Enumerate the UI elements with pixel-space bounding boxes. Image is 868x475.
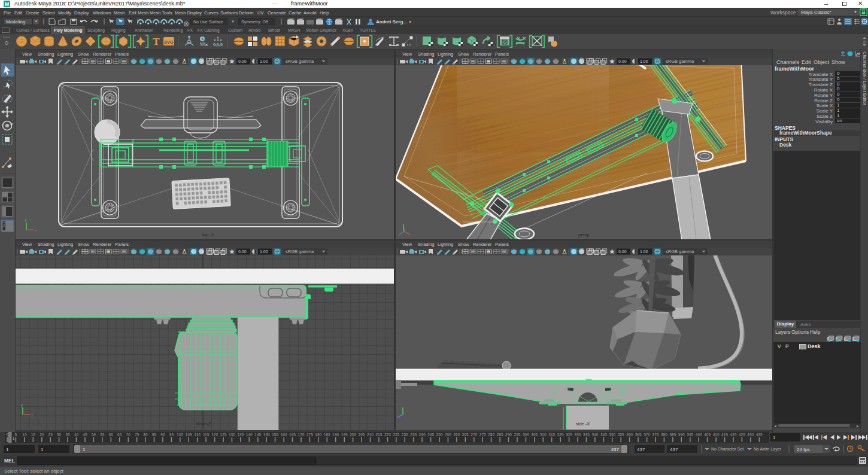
svg-text:425: 425 <box>739 433 745 437</box>
svg-text:185: 185 <box>324 433 330 437</box>
svg-text:0.00: 0.00 <box>618 249 627 254</box>
svg-text:275: 275 <box>479 433 486 437</box>
svg-text:340: 340 <box>591 433 598 437</box>
svg-text:325: 325 <box>566 433 572 437</box>
svg-text:315: 315 <box>548 433 555 437</box>
svg-text:80: 80 <box>143 433 148 437</box>
svg-text:300: 300 <box>523 433 529 437</box>
svg-text:No Anim Layer: No Anim Layer <box>754 447 782 452</box>
svg-text:240: 240 <box>419 433 426 437</box>
svg-text:375: 375 <box>652 433 659 437</box>
svg-text:50: 50 <box>92 433 96 437</box>
svg-text:No Character Set: No Character Set <box>711 447 743 451</box>
svg-text:200: 200 <box>350 433 356 437</box>
svg-text:437: 437 <box>670 447 678 452</box>
svg-text:1.00: 1.00 <box>640 59 648 63</box>
svg-text:SVG: SVG <box>164 39 174 45</box>
svg-text:215: 215 <box>375 433 382 437</box>
svg-text:1: 1 <box>83 447 86 452</box>
svg-text:415: 415 <box>721 433 728 437</box>
svg-text:165: 165 <box>289 433 296 437</box>
svg-text:210: 210 <box>367 433 374 437</box>
svg-text:40: 40 <box>74 433 79 437</box>
svg-text:24 fps: 24 fps <box>797 447 810 452</box>
svg-text:235: 235 <box>410 433 417 437</box>
svg-text:330: 330 <box>575 433 581 437</box>
svg-text:320: 320 <box>557 433 564 437</box>
svg-text:1: 1 <box>13 436 15 440</box>
svg-text:top -Y: top -Y <box>202 232 214 238</box>
svg-text:105: 105 <box>186 433 192 437</box>
svg-text:15: 15 <box>31 433 36 437</box>
svg-text:420: 420 <box>730 433 737 437</box>
svg-text:70: 70 <box>126 433 131 437</box>
svg-text:345: 345 <box>600 433 607 437</box>
svg-text:100: 100 <box>177 433 183 437</box>
svg-text:75: 75 <box>135 433 139 437</box>
svg-text:0,0,0: 0,0,0 <box>213 42 223 47</box>
svg-text:410: 410 <box>713 433 720 437</box>
svg-text:y: y <box>21 403 23 407</box>
svg-text:side -X: side -X <box>576 421 590 427</box>
svg-text:270: 270 <box>471 433 477 437</box>
svg-text:265: 265 <box>462 433 469 437</box>
svg-text:305: 305 <box>531 433 538 437</box>
svg-text:365: 365 <box>635 433 642 437</box>
svg-text:170: 170 <box>298 433 305 437</box>
svg-text:130: 130 <box>229 433 235 437</box>
svg-text:85: 85 <box>152 433 157 437</box>
svg-text:285: 285 <box>497 433 503 437</box>
svg-text:195: 195 <box>341 433 348 437</box>
svg-text:45: 45 <box>83 433 87 437</box>
svg-text:430: 430 <box>747 433 754 437</box>
svg-text:175: 175 <box>306 433 313 437</box>
svg-text:255: 255 <box>445 433 451 437</box>
svg-text:370: 370 <box>644 433 650 437</box>
svg-text:x: x <box>35 229 37 232</box>
svg-text:95: 95 <box>169 433 174 437</box>
svg-text:220: 220 <box>384 433 391 437</box>
svg-text:245: 245 <box>427 433 434 437</box>
svg-text:10: 10 <box>22 433 27 437</box>
svg-text:295: 295 <box>514 433 521 437</box>
svg-text:140: 140 <box>246 433 253 437</box>
svg-text:405: 405 <box>704 433 711 437</box>
svg-text:160: 160 <box>281 433 287 437</box>
svg-text:190: 190 <box>332 433 339 437</box>
svg-text:125: 125 <box>220 433 227 437</box>
svg-text:110: 110 <box>195 433 201 437</box>
svg-text:1: 1 <box>773 435 776 440</box>
svg-text:180: 180 <box>315 433 321 437</box>
svg-text:437: 437 <box>611 447 620 452</box>
svg-text:400: 400 <box>696 433 702 437</box>
svg-text:145: 145 <box>254 433 261 437</box>
svg-text:55: 55 <box>100 433 105 437</box>
svg-text:90: 90 <box>160 433 165 437</box>
svg-text:135: 135 <box>237 433 244 437</box>
svg-text:280: 280 <box>488 433 494 437</box>
svg-text:20: 20 <box>40 433 44 437</box>
svg-text:437: 437 <box>637 447 645 452</box>
svg-text:390: 390 <box>678 433 685 437</box>
svg-text:205: 205 <box>359 433 365 437</box>
svg-text:35: 35 <box>65 433 70 437</box>
svg-text:1: 1 <box>6 447 9 452</box>
svg-text:350: 350 <box>609 433 615 437</box>
svg-text:sRGB gamma: sRGB gamma <box>286 59 314 64</box>
svg-text:z: z <box>25 218 26 222</box>
svg-text:310: 310 <box>540 433 547 437</box>
svg-text:290: 290 <box>505 433 512 437</box>
svg-text:65: 65 <box>117 433 122 437</box>
svg-text:435: 435 <box>756 433 763 437</box>
svg-text:1: 1 <box>41 447 44 452</box>
svg-text:230: 230 <box>402 433 408 437</box>
svg-text:30: 30 <box>57 433 62 437</box>
svg-text:225: 225 <box>393 433 399 437</box>
svg-text:60: 60 <box>109 433 114 437</box>
svg-text:250: 250 <box>436 433 443 437</box>
svg-text:sRGB gamma: sRGB gamma <box>666 249 694 254</box>
svg-text:M: M <box>5 1 9 7</box>
svg-text:115: 115 <box>203 433 210 437</box>
svg-text:155: 155 <box>272 433 278 437</box>
svg-text:120: 120 <box>211 433 218 437</box>
